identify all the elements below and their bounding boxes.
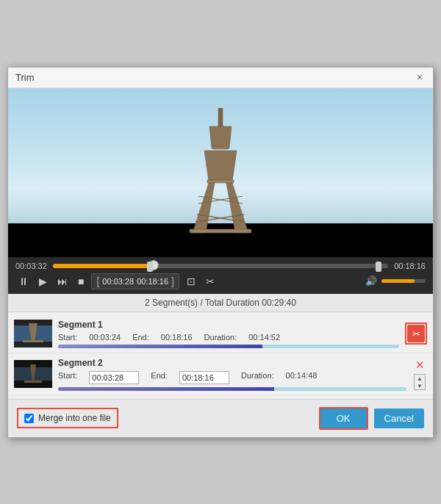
segment-2-info: Segment 2 Start: End: Duration: 00:14:48: [58, 358, 406, 391]
seg2-duration-time: 00:14:48: [286, 371, 318, 384]
seg1-end-time: 00:18:16: [161, 333, 193, 342]
seg2-start-time-input[interactable]: [89, 371, 139, 384]
merge-checkbox[interactable]: [24, 414, 34, 423]
segment-1-delete-wrapper: ✂: [405, 323, 427, 345]
svg-rect-11: [190, 229, 251, 233]
segment-1-times: Start: 00:03:24 End: 00:18:16 Duration: …: [58, 333, 399, 342]
segment-2-times: Start: End: Duration: 00:14:48: [58, 371, 406, 384]
close-button[interactable]: ×: [414, 71, 426, 83]
stop-icon: ■: [78, 276, 84, 287]
seg1-duration-time: 00:14:52: [248, 333, 280, 342]
range-start-time: 00:03:28: [102, 277, 134, 286]
segment-1-label: Segment 1: [58, 320, 399, 330]
scissors-button[interactable]: ✂: [203, 274, 218, 289]
segment-1-info: Segment 1 Start: 00:03:24 End: 00:18:16 …: [58, 320, 399, 348]
spinner-down-button[interactable]: ▼: [415, 382, 425, 389]
svg-rect-2: [213, 147, 228, 149]
segment-2-label: Segment 2: [58, 358, 406, 368]
segment-2-bar: [58, 387, 406, 391]
svg-rect-15: [23, 340, 43, 342]
svg-marker-3: [204, 151, 237, 181]
svg-marker-1: [209, 126, 232, 148]
segment-1-actions: ✂: [405, 323, 427, 345]
timeline-left-handle[interactable]: [147, 262, 153, 272]
svg-marker-5: [193, 183, 215, 233]
pause-button[interactable]: ⏸: [15, 274, 32, 289]
svg-rect-4: [207, 180, 234, 183]
play-button[interactable]: ▶: [36, 274, 50, 289]
play-icon: ▶: [39, 276, 47, 287]
seg1-start-time: 00:03:24: [89, 333, 121, 342]
playback-controls-left: ⏸ ▶ ⏭ ■ [ 00:03:28 00:18:16 ]: [15, 273, 218, 289]
current-time: 00:03:32: [15, 262, 47, 270]
timeline-track[interactable]: [53, 264, 388, 268]
seg2-duration-label: Duration:: [241, 371, 274, 384]
svg-marker-6: [226, 183, 248, 233]
time-range-box: [ 00:03:28 00:18:16 ]: [91, 273, 179, 289]
step-forward-button[interactable]: ⏭: [54, 274, 71, 289]
seg1-duration-label: Duration:: [204, 333, 237, 342]
merge-label: Merge into one file: [38, 413, 111, 423]
segment-1-bar: [58, 345, 399, 348]
timeline-right-handle[interactable]: [376, 262, 381, 272]
segments-summary: 2 Segment(s) / Total Duration 00:29:40: [8, 294, 433, 312]
crop-icon: ⊡: [187, 276, 196, 287]
playback-row: ⏸ ▶ ⏭ ■ [ 00:03:28 00:18:16 ]: [15, 273, 426, 289]
end-time: 00:18:16: [394, 262, 426, 270]
seg2-end-label: End:: [151, 371, 168, 384]
title-bar: Trim ×: [8, 68, 433, 88]
segment-2-thumbnail: [14, 360, 52, 388]
bracket-right: ]: [171, 276, 174, 287]
svg-rect-19: [24, 381, 42, 383]
spinner-up-button[interactable]: ▲: [415, 375, 425, 382]
trim-dialog: Trim ×: [7, 67, 434, 438]
table-row: Segment 2 Start: End: Duration: 00:14:48…: [8, 353, 433, 396]
segment-1-delete-button[interactable]: ✂: [407, 325, 425, 342]
video-content: [176, 108, 265, 237]
scissors-icon: ✂: [206, 276, 215, 287]
footer-buttons: OK Cancel: [319, 407, 424, 430]
volume-track[interactable]: [381, 279, 426, 283]
timeline-row: 00:03:32 00:18:16: [15, 262, 426, 270]
seg2-start-label: Start:: [58, 371, 77, 384]
video-black-bar-bottom: [8, 237, 433, 257]
volume-fill: [381, 279, 415, 283]
seg2-end-time-input[interactable]: [179, 371, 229, 384]
seg1-start-label: Start:: [58, 333, 77, 342]
footer: Merge into one file OK Cancel: [8, 399, 433, 437]
volume-icon: 🔊: [365, 276, 377, 287]
segments-list: Segment 1 Start: 00:03:24 End: 00:18:16 …: [8, 312, 433, 399]
pause-icon: ⏸: [18, 276, 29, 287]
segment-1-thumbnail: [14, 320, 52, 348]
controls-area: 00:03:32 00:18:16 ⏸ ▶ ⏭: [8, 257, 433, 294]
segment-2-actions: ✕ ▲ ▼: [412, 358, 427, 390]
table-row: Segment 1 Start: 00:03:24 End: 00:18:16 …: [8, 315, 433, 353]
playback-controls-right: 🔊: [365, 276, 426, 287]
seg1-end-label: End:: [132, 333, 149, 342]
cancel-button[interactable]: Cancel: [374, 408, 424, 428]
dialog-title: Trim: [15, 72, 35, 83]
scissors-action-icon: ✂: [412, 328, 420, 339]
segment-2-delete-button[interactable]: ✕: [412, 358, 427, 372]
bracket-left: [: [96, 276, 99, 287]
ok-button[interactable]: OK: [319, 407, 368, 430]
merge-checkbox-area: Merge into one file: [17, 408, 118, 428]
svg-rect-0: [218, 108, 223, 126]
stop-button[interactable]: ■: [75, 274, 87, 289]
range-end-time: 00:18:16: [137, 277, 168, 286]
timeline-progress: [53, 264, 154, 268]
crop-button[interactable]: ⊡: [184, 274, 198, 289]
segment-2-spinner: ▲ ▼: [414, 374, 426, 390]
step-forward-icon: ⏭: [57, 276, 68, 287]
video-preview: [8, 88, 433, 257]
